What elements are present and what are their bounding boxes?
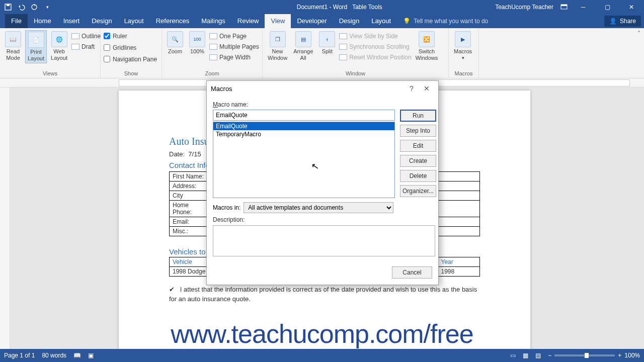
- tab-references[interactable]: References: [150, 14, 195, 28]
- split-label: Split: [322, 48, 333, 54]
- view-web-icon[interactable]: ▤: [535, 352, 541, 359]
- lightbulb-icon: 💡: [403, 18, 411, 25]
- navpane-checkbox[interactable]: Navigation Pane: [104, 54, 157, 64]
- save-icon[interactable]: [4, 3, 12, 11]
- arrange-all-button[interactable]: ▤Arrange All: [291, 30, 315, 62]
- reset-pos-button: Reset Window Position: [339, 52, 411, 62]
- dialog-help-icon[interactable]: ?: [404, 84, 419, 93]
- outline-button[interactable]: Outline: [71, 31, 101, 41]
- ribbon-display-icon[interactable]: [560, 4, 568, 10]
- macros-in-select[interactable]: All active templates and documents: [244, 202, 393, 213]
- tab-table-design[interactable]: Design: [333, 14, 365, 28]
- close-button[interactable]: ✕: [623, 0, 640, 14]
- tab-review[interactable]: Review: [231, 14, 265, 28]
- web-layout-button[interactable]: 🌐Web Layout: [49, 30, 69, 62]
- gridlines-check-icon[interactable]: [104, 44, 110, 51]
- new-window-button[interactable]: ❐New Window: [266, 30, 289, 62]
- maximize-button[interactable]: ▢: [599, 0, 616, 14]
- multi-page-button[interactable]: Multiple Pages: [209, 42, 259, 51]
- description-label: Description:: [213, 216, 432, 223]
- group-window: Window: [266, 70, 445, 77]
- macro-listbox[interactable]: EmailQuote TemporaryMacro: [213, 122, 395, 198]
- draft-button[interactable]: Draft: [71, 42, 101, 51]
- cell-email: Email:: [170, 217, 210, 227]
- dialog-title: Macros: [211, 85, 232, 93]
- spellcheck-icon[interactable]: 📖: [73, 352, 81, 359]
- zoom-in-icon[interactable]: +: [618, 352, 621, 359]
- zoom-100-button[interactable]: 100100%: [187, 30, 207, 56]
- split-button[interactable]: ⫞Split: [317, 30, 337, 56]
- edit-button[interactable]: Edit: [400, 140, 436, 152]
- cancel-button[interactable]: Cancel: [392, 266, 432, 279]
- zoom-label: Zoom: [168, 48, 182, 54]
- attestation-content: I attest that the information provided i…: [169, 286, 477, 303]
- new-window-label: New Window: [268, 48, 287, 61]
- dialog-close-icon[interactable]: ✕: [419, 84, 434, 93]
- ruler-check-icon[interactable]: [104, 33, 110, 39]
- zoom-button[interactable]: 🔍Zoom: [165, 30, 185, 56]
- macros-in-label: Macros in:: [213, 204, 240, 211]
- vertical-ruler[interactable]: [0, 87, 10, 349]
- tab-home[interactable]: Home: [28, 14, 57, 28]
- macros-dialog: Macros ? ✕ Macro name: EmailQuote Tempor…: [206, 80, 439, 285]
- zoom-out-icon[interactable]: −: [548, 352, 551, 359]
- tab-developer[interactable]: Developer: [291, 14, 333, 28]
- page-width-label: Page Width: [219, 54, 251, 61]
- switch-windows-icon: 🔀: [419, 31, 435, 47]
- macro-name-input[interactable]: [213, 110, 395, 121]
- list-item[interactable]: TemporaryMacro: [213, 130, 394, 138]
- delete-button[interactable]: Delete: [400, 170, 436, 182]
- context-tab-title: Table Tools: [352, 4, 382, 11]
- zoom-slider[interactable]: − + 100%: [548, 352, 640, 359]
- share-button[interactable]: 👤 Share: [604, 16, 641, 27]
- list-item[interactable]: EmailQuote: [213, 122, 394, 130]
- collapse-ribbon-icon[interactable]: ˄: [634, 28, 644, 37]
- qat-dropdown-icon[interactable]: ▾: [43, 3, 51, 11]
- ruler-checkbox[interactable]: Ruler: [104, 31, 127, 41]
- user-name: TeachUcomp Teacher: [495, 4, 553, 11]
- arrange-all-label: Arrange All: [293, 48, 313, 61]
- view-readmode-icon[interactable]: ▭: [510, 352, 516, 359]
- tell-me-search[interactable]: 💡 Tell me what you want to do: [403, 18, 488, 25]
- macros-button[interactable]: ▶Macros▾: [452, 30, 474, 62]
- step-into-button[interactable]: Step Into: [400, 125, 436, 137]
- one-page-button[interactable]: One Page: [209, 31, 259, 41]
- gridlines-checkbox[interactable]: Gridlines: [104, 43, 136, 52]
- status-words[interactable]: 80 words: [42, 352, 66, 359]
- zoom-level[interactable]: 100%: [624, 352, 640, 359]
- undo-icon[interactable]: [17, 3, 25, 11]
- view-print-icon[interactable]: ▦: [523, 352, 528, 359]
- print-layout-button[interactable]: 📄Print Layout: [25, 30, 47, 63]
- tab-file[interactable]: File: [5, 14, 28, 28]
- tab-layout[interactable]: Layout: [118, 14, 150, 28]
- create-button[interactable]: Create: [400, 155, 436, 167]
- tab-design[interactable]: Design: [86, 14, 118, 28]
- cell-address: Address:: [170, 182, 210, 191]
- tab-insert[interactable]: Insert: [57, 14, 86, 28]
- one-page-icon: [209, 33, 217, 39]
- sync-scroll-button: Synchronous Scrolling: [339, 42, 411, 51]
- tab-table-layout[interactable]: Layout: [365, 14, 397, 28]
- run-button[interactable]: Run: [400, 110, 436, 122]
- macros-label: Macros: [454, 48, 472, 54]
- minimize-button[interactable]: ─: [575, 0, 592, 14]
- redo-icon[interactable]: [30, 3, 38, 11]
- organizer-button[interactable]: Organizer...: [400, 185, 436, 197]
- tab-view[interactable]: View: [265, 14, 291, 28]
- page-width-button[interactable]: Page Width: [209, 52, 259, 62]
- switch-windows-button[interactable]: 🔀Switch Windows: [414, 30, 440, 62]
- read-mode-button[interactable]: 📖Read Mode: [3, 30, 23, 62]
- macro-recording-icon[interactable]: ▣: [88, 352, 94, 359]
- sync-scroll-icon: [339, 44, 347, 50]
- date-label: Date:: [169, 150, 185, 158]
- navpane-check-icon[interactable]: [104, 56, 110, 62]
- cell-homephone: Home Phone:: [170, 201, 210, 217]
- side-by-side-icon: [339, 33, 347, 39]
- status-bar: Page 1 of 1 80 words 📖 ▣ ▭ ▦ ▤ − + 100%: [0, 349, 644, 362]
- ribbon-view: 📖Read Mode 📄Print Layout 🌐Web Layout Out…: [0, 28, 644, 78]
- tab-mailings[interactable]: Mailings: [195, 14, 231, 28]
- zoom-icon: 🔍: [167, 31, 183, 47]
- check-icon: ✔: [169, 286, 175, 293]
- one-page-label: One Page: [219, 33, 247, 40]
- status-page[interactable]: Page 1 of 1: [4, 352, 35, 359]
